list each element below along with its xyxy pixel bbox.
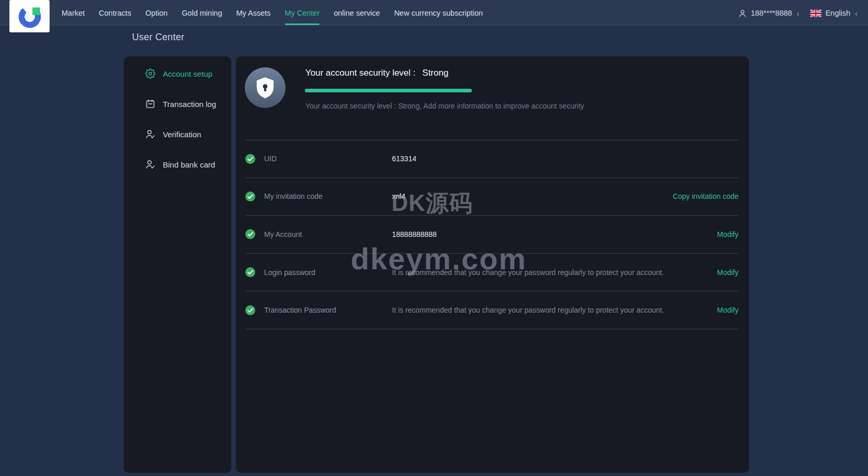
nav-menu: Market Contracts Option Gold mining My A…	[62, 0, 483, 26]
copy-invitation-code-link[interactable]: Copy invitation code	[673, 192, 739, 200]
modify-transaction-password-link[interactable]: Modify	[717, 306, 739, 314]
check-circle-icon	[245, 267, 255, 277]
sidebar-item-label: Bind bank card	[163, 160, 215, 169]
nav-item-gold-mining[interactable]: Gold mining	[182, 0, 222, 26]
logo-c-icon	[17, 3, 43, 29]
user-icon	[738, 9, 747, 18]
nav-item-contracts[interactable]: Contracts	[99, 0, 131, 26]
row-value: xnl4	[392, 192, 665, 200]
row-value: It is recommended that you change your p…	[392, 306, 710, 314]
account-phone[interactable]: 188****8888	[751, 9, 792, 17]
nav-item-my-center[interactable]: My Center	[285, 0, 320, 26]
row-login-password: Login password It is recommended that yo…	[245, 254, 739, 292]
user-check-icon	[145, 129, 156, 139]
nav-item-market[interactable]: Market	[62, 0, 85, 26]
sidebar-item-bind-bank-card[interactable]: Bind bank card	[124, 149, 231, 180]
row-label: My invitation code	[264, 192, 392, 200]
check-circle-icon	[245, 305, 255, 315]
nav-item-option[interactable]: Option	[145, 0, 168, 26]
nav-item-online-service[interactable]: online service	[334, 0, 380, 26]
sidebar-card: Account setup Transaction log Verificati…	[124, 56, 231, 473]
brand-logo[interactable]	[9, 0, 50, 32]
check-circle-icon	[245, 154, 255, 164]
sidebar-item-label: Transaction log	[163, 100, 216, 109]
row-value: 18888888888	[392, 230, 710, 239]
row-invitation-code: My invitation code xnl4 Copy invitation …	[245, 178, 739, 216]
account-rows: UID 613314 My invitation code xnl4 Copy …	[245, 140, 739, 329]
account-setup-panel: Your account security level :Strong Your…	[236, 56, 749, 473]
sidebar-item-account-setup[interactable]: Account setup	[124, 58, 231, 89]
security-subtitle: Your account security level : Strong, Ad…	[305, 102, 584, 110]
modify-login-password-link[interactable]: Modify	[717, 268, 739, 277]
row-label: UID	[264, 154, 392, 163]
uk-flag-icon	[810, 9, 822, 17]
nav-item-new-currency-subscription[interactable]: New currency subscription	[394, 0, 483, 26]
row-value: It is recommended that you change your p…	[392, 268, 710, 277]
check-circle-icon	[245, 229, 255, 239]
sidebar-item-label: Account setup	[163, 69, 212, 78]
row-label: Transaction Password	[264, 306, 392, 314]
row-my-account: My Account 18888888888 Modify	[245, 216, 739, 254]
sidebar-item-verification[interactable]: Verification	[124, 119, 231, 149]
row-label: My Account	[264, 230, 392, 239]
row-uid: UID 613314	[245, 140, 739, 178]
security-level-value: Strong	[422, 68, 448, 78]
shield-icon	[245, 67, 286, 108]
calendar-icon	[145, 99, 156, 109]
account-chevron-icon[interactable]: ‹	[796, 9, 799, 18]
language-chevron-icon[interactable]: ‹	[855, 9, 858, 18]
row-value: 613314	[392, 154, 739, 163]
language-label[interactable]: English	[825, 9, 850, 17]
gear-icon	[145, 68, 156, 79]
security-progress-bar	[305, 89, 472, 92]
user-check-icon	[145, 159, 156, 170]
row-transaction-password: Transaction Password It is recommended t…	[245, 291, 739, 329]
modify-account-link[interactable]: Modify	[717, 230, 739, 239]
row-label: Login password	[264, 268, 392, 277]
top-navbar: Market Contracts Option Gold mining My A…	[0, 0, 868, 26]
nav-item-my-assets[interactable]: My Assets	[236, 0, 271, 26]
security-level-title: Your account security level :Strong	[305, 68, 448, 78]
sidebar-item-label: Verification	[163, 130, 201, 139]
sidebar-item-transaction-log[interactable]: Transaction log	[124, 89, 231, 119]
page-title: User Center	[132, 32, 184, 43]
check-circle-icon	[245, 192, 255, 201]
